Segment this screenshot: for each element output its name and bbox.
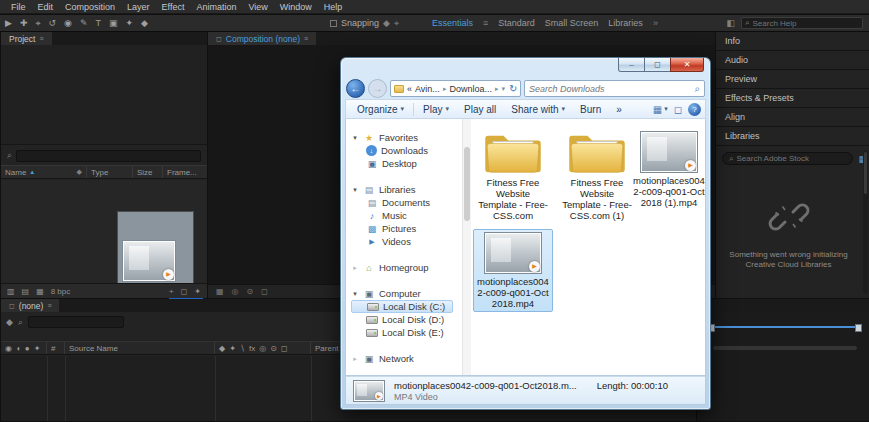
menu-help[interactable]: Help <box>318 2 349 12</box>
expander-icon[interactable]: ▸ <box>351 355 359 363</box>
snap-option-icon[interactable]: ◆ <box>383 18 390 28</box>
nav-documents[interactable]: ▤ Documents <box>351 196 462 209</box>
list-view-icon[interactable]: ▥ <box>7 287 15 296</box>
source-name-column[interactable]: Source Name <box>65 342 215 354</box>
nav-scrollbar[interactable] <box>462 119 471 375</box>
panel-preview[interactable]: Preview <box>716 70 869 89</box>
menu-composition[interactable]: Composition <box>59 2 121 12</box>
snapping-checkbox[interactable] <box>330 20 337 27</box>
tab-timeline-none[interactable]: ◻ (none) ≡ <box>1 299 59 312</box>
menu-effect[interactable]: Effect <box>156 2 191 12</box>
nav-libraries[interactable]: ▾ ▤ Libraries <box>351 183 462 196</box>
mask-toggle-icon[interactable]: ⊙ <box>247 287 254 296</box>
snapping-control[interactable]: Snapping ◆ ⌖ <box>330 15 399 31</box>
nav-scrollbar-thumb[interactable] <box>464 147 470 221</box>
panel-menu-icon[interactable]: ≡ <box>304 35 308 42</box>
nav-favorites[interactable]: ▾ ★ Favorites <box>351 131 462 144</box>
project-item-list[interactable]: + Copy <box>1 180 207 283</box>
preview-pane-button[interactable]: ◻ <box>674 104 682 115</box>
new-comp-icon[interactable]: ◻ <box>181 287 188 296</box>
hand-tool-icon[interactable]: ✚ <box>20 18 28 28</box>
timeline-graph-area[interactable] <box>696 312 869 421</box>
panel-audio[interactable]: Audio <box>716 51 869 70</box>
forward-button[interactable]: → <box>368 79 387 98</box>
quality-icon[interactable]: ∖ <box>240 344 245 353</box>
change-view-button[interactable]: ▦ ▾ <box>653 104 668 115</box>
region-of-interest-icon[interactable]: ◻ <box>261 287 268 296</box>
tab-project[interactable]: Project ≡ <box>1 32 52 45</box>
menu-view[interactable]: View <box>242 2 273 12</box>
bpc-label[interactable]: 8 bpc <box>51 287 71 296</box>
adobe-stock-search-input[interactable] <box>736 154 846 163</box>
puppet-tool-icon[interactable]: ✦ <box>126 18 134 28</box>
audio-icon[interactable]: ◖ <box>16 344 21 353</box>
back-button[interactable]: ← <box>346 79 365 98</box>
motion-blur-icon[interactable]: ⊙ <box>270 344 277 353</box>
explorer-window[interactable]: – ◻ ✕ ← → « Avin... ▸ Downloa... ▸ ▾ ↻ ⌕… <box>340 57 711 410</box>
address-bar[interactable]: « Avin... ▸ Downloa... ▸ ▾ ↻ <box>390 80 521 97</box>
column-size[interactable]: Size <box>133 166 163 178</box>
column-frame[interactable]: Frame... <box>163 166 207 178</box>
search-help-input[interactable] <box>752 19 859 28</box>
toolbar-overflow-button[interactable]: » <box>609 103 629 116</box>
burn-button[interactable]: Burn <box>573 103 608 116</box>
file-video-2-selected[interactable]: motionplaces0042-c009-q001-Oct 2018.mp4 <box>473 229 553 312</box>
panel-align[interactable]: Align <box>716 108 869 127</box>
nav-local-disk-d[interactable]: Local Disk (D:) <box>351 313 462 326</box>
file-folder-2[interactable]: Fitness Free Website Template - Free-CSS… <box>557 131 637 221</box>
panel-menu-icon[interactable]: ≡ <box>39 35 43 42</box>
timeline-search-input[interactable] <box>32 318 120 327</box>
thumb-view-icon[interactable]: ▤ <box>22 287 30 296</box>
expander-icon[interactable]: ▾ <box>351 290 359 298</box>
explorer-search-box[interactable]: ⌕ <box>524 80 705 97</box>
explorer-search-input[interactable] <box>529 84 694 94</box>
menu-animation[interactable]: Animation <box>190 2 242 12</box>
play-button[interactable]: Play ▾ <box>416 103 456 116</box>
timeline-search-field[interactable] <box>28 316 124 328</box>
shape-tool-icon[interactable]: ▣ <box>109 18 118 28</box>
file-list-area[interactable]: Fitness Free Website Template - Free-CSS… <box>471 119 705 375</box>
expander-icon[interactable]: ▾ <box>351 186 359 194</box>
grid-view-icon[interactable]: ▦ <box>36 287 44 296</box>
workspace-essentials[interactable]: Essentials <box>432 18 473 28</box>
solo-icon[interactable]: ● <box>25 344 30 353</box>
camera-tool-icon[interactable]: ◉ <box>64 18 72 28</box>
breadcrumb-downloads[interactable]: Downloa... <box>449 84 492 94</box>
expander-icon[interactable]: ▾ <box>351 134 359 142</box>
nav-local-disk-e[interactable]: Local Disk (E:) <box>351 326 462 339</box>
frame-blend-icon[interactable]: ◎ <box>259 344 266 353</box>
type-tool-icon[interactable]: T <box>96 18 102 28</box>
menu-layer[interactable]: Layer <box>121 2 156 12</box>
menu-window[interactable]: Window <box>274 2 318 12</box>
breadcrumb-parent[interactable]: Avin... <box>415 84 440 94</box>
nav-music[interactable]: ♪ Music <box>351 209 462 222</box>
address-dropdown-icon[interactable]: ▾ <box>501 85 505 93</box>
nav-videos[interactable]: ▶ Videos <box>351 235 462 248</box>
panel-menu-icon[interactable]: ≡ <box>47 302 51 309</box>
shy-icon[interactable]: ◆ <box>219 344 225 353</box>
magnification-icon[interactable]: ▦ <box>216 287 224 296</box>
search-help-box[interactable]: ⌕ <box>741 17 863 29</box>
minimize-button[interactable]: – <box>618 58 645 72</box>
breadcrumb-overflow[interactable]: « <box>407 84 412 94</box>
play-all-button[interactable]: Play all <box>457 103 503 116</box>
pen-tool-icon[interactable]: ✎ <box>80 18 88 28</box>
file-folder-1[interactable]: Fitness Free Website Template - Free-CSS… <box>473 131 553 221</box>
adobe-stock-search-box[interactable]: ⌕ <box>722 152 853 165</box>
explorer-titlebar[interactable]: – ◻ ✕ <box>345 58 706 78</box>
delete-icon[interactable]: ✦ <box>194 287 201 296</box>
roto-tool-icon[interactable]: ◆ <box>141 18 148 28</box>
snap-option2-icon[interactable]: ⌖ <box>394 18 399 29</box>
work-area-bar[interactable] <box>713 326 857 328</box>
adjustment-icon[interactable]: ◻ <box>281 344 288 353</box>
expander-icon[interactable]: ▸ <box>351 264 359 272</box>
nav-downloads[interactable]: ↓ Downloads <box>351 144 462 157</box>
panel-effects-presets[interactable]: Effects & Presets <box>716 89 869 108</box>
workspace-libraries[interactable]: Libraries <box>608 18 643 28</box>
grid-guides-icon[interactable]: ◎ <box>232 287 239 296</box>
help-button[interactable]: ? <box>688 103 701 116</box>
menu-file[interactable]: File <box>5 2 32 12</box>
nav-pictures[interactable]: ▩ Pictures <box>351 222 462 235</box>
nav-local-disk-c[interactable]: Local Disk (C:) <box>351 300 453 313</box>
menu-edit[interactable]: Edit <box>32 2 60 12</box>
